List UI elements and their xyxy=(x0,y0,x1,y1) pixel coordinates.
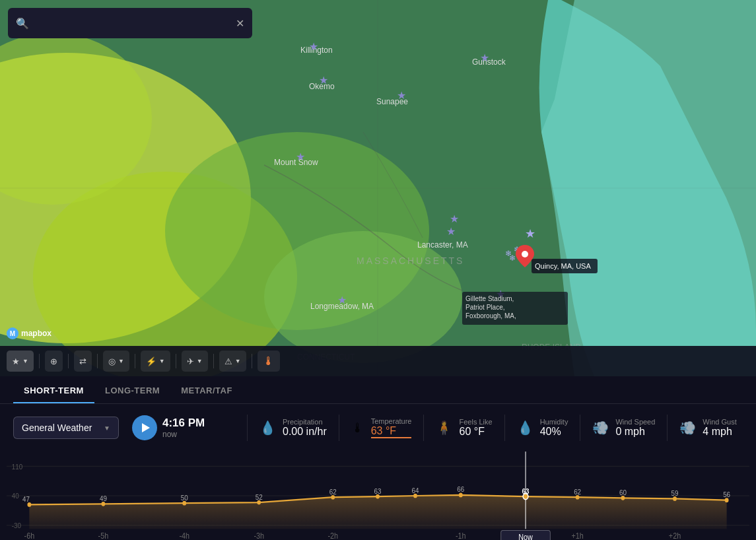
svg-text:50: 50 xyxy=(181,493,188,502)
dropdown-value: General Weather xyxy=(22,422,92,433)
settings-button[interactable]: ⇄ xyxy=(74,351,92,372)
lightning-icon: ⚡ xyxy=(146,356,156,366)
location-icon: ◎ xyxy=(108,356,116,366)
svg-text:-1h: -1h xyxy=(456,531,466,540)
location-button[interactable]: ◎ ▼ xyxy=(103,351,129,372)
svg-text:40: 40 xyxy=(12,492,19,500)
svg-point-69 xyxy=(576,495,580,500)
toolbar-separator-4 xyxy=(135,354,135,368)
svg-point-72 xyxy=(725,498,729,502)
toolbar-separator-5 xyxy=(176,354,176,368)
stats-separator-5 xyxy=(580,415,580,441)
chart-area[interactable]: 47 49 50 52 62 63 64 66 63 62 60 59 56 1… xyxy=(0,452,756,540)
map[interactable]: MASSACHUSETTS RHODE ISLAND CONNECTICUT K… xyxy=(0,0,756,376)
stat-wind-gust: 💨 Wind Gust 4 mph xyxy=(679,418,736,438)
now-label: now xyxy=(162,430,215,439)
svg-text:110: 110 xyxy=(12,462,23,471)
wind-speed-icon: 💨 xyxy=(592,420,609,436)
svg-text:60: 60 xyxy=(619,488,627,496)
toolbar: ★ ▼ ⊕ ⇄ ◎ ▼ ⚡ ▼ ✈ ▼ ⚠ ▼ xyxy=(0,346,756,376)
warning-button[interactable]: ⚠ ▼ xyxy=(219,351,246,372)
star-icon: ★ xyxy=(12,356,20,366)
search-input[interactable]: Quincy, MA, USA xyxy=(34,18,230,29)
svg-text:❄: ❄ xyxy=(509,253,516,263)
temperature-chart: 47 49 50 52 62 63 64 66 63 62 60 59 56 1… xyxy=(7,452,749,540)
svg-point-64 xyxy=(331,495,335,500)
tab-metar-taf[interactable]: METAR/TAF xyxy=(170,379,243,403)
layers-icon: ⊕ xyxy=(50,356,57,366)
svg-point-66 xyxy=(413,494,417,498)
svg-point-71 xyxy=(673,496,677,501)
svg-text:Patriot Place,: Patriot Place, xyxy=(465,304,504,311)
exchange-icon: ⇄ xyxy=(79,356,86,366)
tab-long-term[interactable]: LONG-TERM xyxy=(94,379,170,403)
current-time: 4:16 PM xyxy=(162,417,215,430)
temperature-button[interactable]: 🌡 xyxy=(258,351,280,372)
play-button[interactable] xyxy=(132,415,157,440)
stats-row: General Weather ▼ 4:16 PM now 💧 Precipit… xyxy=(0,404,756,452)
stats-separator-2 xyxy=(339,415,339,441)
search-bar: 🔍 Quincy, MA, USA ✕ xyxy=(8,8,252,38)
clear-search-button[interactable]: ✕ xyxy=(236,17,244,30)
wind-gust-label: Wind Gust xyxy=(703,418,736,426)
chevron-down-icon-5: ▼ xyxy=(235,358,241,364)
wind-speed-info: Wind Speed 0 mph xyxy=(615,418,655,438)
chevron-down-icon-2: ▼ xyxy=(118,358,124,364)
toolbar-separator-1 xyxy=(39,354,40,368)
svg-point-61 xyxy=(101,502,105,506)
svg-text:MASSACHUSETTS: MASSACHUSETTS xyxy=(357,255,464,266)
mapbox-text: mapbox xyxy=(21,329,52,338)
wind-gust-value: 4 mph xyxy=(703,426,736,438)
precipitation-value: 0.00 in/hr xyxy=(283,426,327,438)
svg-text:+2h: +2h xyxy=(669,531,681,540)
bottom-panel: SHORT-TERM LONG-TERM METAR/TAF General W… xyxy=(0,376,756,540)
svg-text:-6h: -6h xyxy=(24,531,35,540)
svg-text:★: ★ xyxy=(480,52,489,63)
stat-temperature: 🌡 Temperature 63 °F xyxy=(351,417,412,438)
stat-humidity: 💧 Humidity 40% xyxy=(517,418,568,438)
svg-point-5 xyxy=(264,231,462,363)
svg-text:-30: -30 xyxy=(12,522,21,530)
svg-point-67 xyxy=(459,493,463,498)
search-icon: 🔍 xyxy=(16,17,29,30)
stat-feels-like: 🧍 Feels Like 60 °F xyxy=(436,418,492,438)
stats-separator-4 xyxy=(504,415,505,441)
svg-text:★: ★ xyxy=(525,227,535,240)
feels-like-icon: 🧍 xyxy=(436,420,452,436)
toolbar-separator-6 xyxy=(213,354,214,368)
svg-text:★: ★ xyxy=(446,226,456,237)
svg-text:62: 62 xyxy=(329,487,337,496)
svg-text:Quincy, MA, USA: Quincy, MA, USA xyxy=(535,262,591,270)
weather-type-dropdown[interactable]: General Weather ▼ xyxy=(13,417,119,439)
lightning-button[interactable]: ⚡ ▼ xyxy=(141,351,170,372)
svg-text:-2h: -2h xyxy=(327,531,338,540)
humidity-icon: 💧 xyxy=(517,420,533,436)
svg-text:59: 59 xyxy=(671,489,679,497)
feels-like-label: Feels Like xyxy=(459,418,492,426)
svg-text:56: 56 xyxy=(723,490,730,499)
humidity-label: Humidity xyxy=(540,418,568,426)
svg-text:Lancaster, MA: Lancaster, MA xyxy=(417,240,468,250)
stat-precipitation: 💧 Precipitation 0.00 in/hr xyxy=(259,418,327,438)
tabs-bar: SHORT-TERM LONG-TERM METAR/TAF xyxy=(0,376,756,404)
stat-wind-speed: 💨 Wind Speed 0 mph xyxy=(592,418,655,438)
favorites-button[interactable]: ★ ▼ xyxy=(7,351,34,372)
svg-text:-3h: -3h xyxy=(254,531,264,540)
airplane-icon: ✈ xyxy=(187,356,194,366)
svg-text:★: ★ xyxy=(309,41,318,52)
warning-icon: ⚠ xyxy=(224,356,232,366)
feels-like-info: Feels Like 60 °F xyxy=(459,418,492,438)
layers-button[interactable]: ⊕ xyxy=(45,351,63,372)
time-display: 4:16 PM now xyxy=(162,417,215,439)
thermometer-icon: 🌡 xyxy=(263,354,275,368)
svg-marker-42 xyxy=(29,495,726,529)
feels-like-value: 60 °F xyxy=(459,426,492,438)
svg-text:52: 52 xyxy=(256,492,263,501)
chevron-down-icon-dropdown: ▼ xyxy=(104,424,110,432)
stats-separator-1 xyxy=(247,415,248,441)
airplane-button[interactable]: ✈ ▼ xyxy=(182,351,208,372)
wind-gust-icon: 💨 xyxy=(679,420,696,436)
svg-text:62: 62 xyxy=(574,487,581,496)
tab-short-term[interactable]: SHORT-TERM xyxy=(13,379,94,403)
svg-text:+1h: +1h xyxy=(571,531,583,540)
